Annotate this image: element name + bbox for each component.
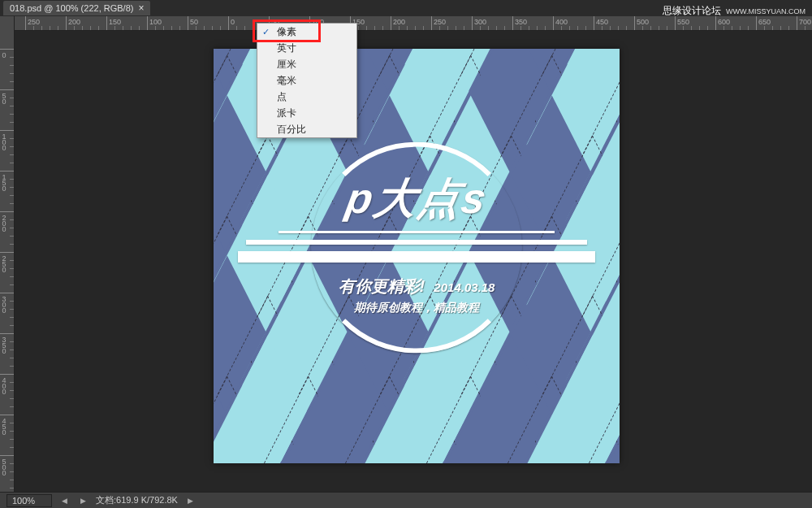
check-icon: ✓	[262, 27, 270, 37]
close-icon[interactable]: ×	[138, 2, 144, 14]
watermark: 思缘设计论坛 WWW.MISSYUAN.COM	[663, 4, 806, 18]
unit-option-1[interactable]: 英寸	[257, 40, 356, 56]
unit-label: 点	[277, 90, 287, 104]
statusbar: 100% ◀ ▶ 文档:619.9 K/792.8K ▶	[0, 492, 812, 508]
unit-label: 像素	[277, 25, 296, 39]
unit-option-3[interactable]: 毫米	[257, 72, 356, 89]
unit-label: 派卡	[277, 106, 296, 120]
logo-title: p大点s	[341, 171, 491, 228]
divider-line	[238, 251, 595, 263]
unit-option-4[interactable]: 点	[257, 89, 356, 105]
zoom-input[interactable]: 100%	[6, 494, 52, 507]
unit-option-2[interactable]: 厘米	[257, 56, 356, 72]
divider-line	[279, 231, 555, 233]
chevron-right-icon[interactable]: ▶	[184, 497, 197, 505]
document-tab[interactable]: 018.psd @ 100% (222, RGB/8) ×	[3, 1, 150, 15]
doc-size-label: 文档:619.9 K/792.8K	[96, 494, 178, 506]
unit-option-5[interactable]: 派卡	[257, 105, 356, 121]
logo-tagline: 期待原创教程，精品教程	[354, 301, 479, 315]
ruler-horizontal[interactable]: 2502001501005005010015020025030035040045…	[15, 16, 812, 31]
unit-label: 百分比	[277, 123, 306, 137]
chevron-left-icon[interactable]: ◀	[58, 497, 71, 505]
ruler-units-menu: ✓像素英寸厘米毫米点派卡百分比	[257, 23, 357, 138]
unit-label: 毫米	[277, 74, 296, 88]
chevron-right-icon[interactable]: ▶	[77, 497, 89, 505]
unit-option-0[interactable]: ✓像素	[257, 24, 356, 40]
divider-line	[246, 240, 587, 245]
canvas-area[interactable]: p大点s 有你更精彩! 2014.03.18 期待原创教程，精品教程	[15, 31, 812, 492]
tab-title: 018.psd @ 100% (222, RGB/8)	[10, 3, 133, 13]
ruler-vertical[interactable]: 050100150200250300350400450500	[0, 16, 15, 492]
unit-label: 厘米	[277, 58, 296, 72]
unit-label: 英寸	[277, 41, 296, 55]
unit-option-6[interactable]: 百分比	[257, 121, 356, 137]
logo-subtitle: 有你更精彩! 2014.03.18	[339, 276, 495, 297]
